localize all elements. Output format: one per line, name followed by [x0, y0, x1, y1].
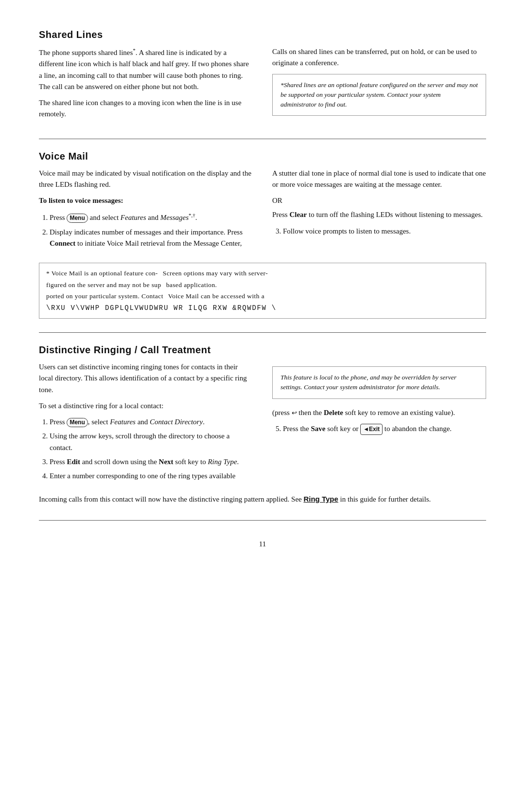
distinctive-ringing-section: Distinctive Ringing / Call Treatment Use…: [39, 344, 486, 505]
voice-mail-footnote-box: * Voice Mail is an optional feature con-…: [39, 263, 486, 319]
shared-lines-note: *Shared lines are an optional feature co…: [272, 74, 486, 116]
page-number: 11: [39, 540, 486, 548]
messages-label: Messages: [160, 214, 189, 221]
voice-mail-title: Voice Mail: [39, 151, 486, 162]
voice-mail-content: Voice mail may be indicated by visual no…: [39, 168, 486, 254]
incoming-calls-para: Incoming calls from this contact will no…: [39, 493, 486, 505]
menu-button-2-icon: Menu: [67, 418, 88, 427]
features-label: Features: [121, 214, 146, 221]
distinctive-step5-list: Press the Save soft key or ◄Exit to aban…: [283, 423, 486, 435]
or-label: OR: [272, 195, 486, 206]
voice-mail-step1: Press Menu and select Features and Messa…: [50, 211, 253, 223]
edit-label: Edit: [67, 458, 80, 466]
distinctive-step5-press: (press ↩ then the Delete soft key to rem…: [272, 407, 486, 418]
voice-mail-right-para1: A stutter dial tone in place of normal d…: [272, 168, 486, 191]
menu-button-icon: Menu: [67, 214, 88, 223]
distinctive-ringing-steps: Press Menu, select Features and Contact …: [50, 416, 253, 482]
features-2-label: Features: [110, 418, 136, 426]
voice-mail-step3: Follow voice prompts to listen to messag…: [283, 226, 486, 237]
voice-mail-steps: Press Menu and select Features and Messa…: [50, 211, 253, 249]
divider-3: [39, 520, 486, 521]
back-arrow-icon: ↩: [292, 408, 297, 418]
ring-type-bold-label: Ring Type: [303, 495, 338, 503]
divider-1: [39, 139, 486, 139]
distinctive-step5: Press the Save soft key or ◄Exit to aban…: [283, 423, 486, 435]
distinctive-step2: Using the arrow keys, scroll through the…: [50, 431, 253, 453]
distinctive-ringing-title: Distinctive Ringing / Call Treatment: [39, 344, 486, 356]
corrupt-line1: * Voice Mail is an optional feature con-…: [46, 268, 479, 279]
voice-mail-instruction-title: To listen to voice messages:: [39, 195, 253, 206]
voice-mail-para1: Voice mail may be indicated by visual no…: [39, 168, 253, 191]
distinctive-step1: Press Menu, select Features and Contact …: [50, 416, 253, 428]
shared-lines-left: The phone supports shared lines*. A shar…: [39, 46, 253, 125]
distinctive-ringing-para1: Users can set distinctive incoming ringi…: [39, 361, 253, 396]
distinctive-step3: Press Edit and scroll down using the Nex…: [50, 456, 253, 468]
connect-label: Connect: [50, 239, 75, 247]
voice-mail-step3-list: Follow voice prompts to listen to messag…: [283, 226, 486, 237]
contact-directory-label: Contact Directory: [150, 418, 203, 426]
shared-lines-title: Shared Lines: [39, 29, 486, 40]
corrupt-line2: figured on the server and may not be sup…: [46, 280, 479, 290]
clear-button-label: Clear: [289, 211, 307, 218]
voice-mail-step2: Display indicates number of messages and…: [50, 227, 253, 250]
distinctive-ringing-left: Users can set distinctive incoming ringi…: [39, 361, 253, 487]
corrupt-text-content: * Voice Mail is an optional feature con-…: [46, 268, 479, 313]
exit-button-icon: ◄Exit: [360, 424, 383, 435]
ring-type-label: Ring Type: [208, 458, 237, 466]
shared-lines-right-para1: Calls on shared lines can be transferred…: [272, 46, 486, 69]
shared-lines-para1: The phone supports shared lines*. A shar…: [39, 46, 253, 92]
next-label: Next: [159, 458, 174, 466]
shared-lines-para2: The shared line icon changes to a moving…: [39, 97, 253, 120]
shared-lines-right: Calls on shared lines can be transferred…: [272, 46, 486, 125]
shared-lines-section: Shared Lines The phone supports shared l…: [39, 29, 486, 125]
distinctive-ringing-right: This feature is local to the phone, and …: [272, 361, 486, 487]
voice-mail-right: A stutter dial tone in place of normal d…: [272, 168, 486, 254]
voice-mail-clear-para: Press Clear to turn off the flashing LED…: [272, 209, 486, 220]
voice-mail-section: Voice Mail Voice mail may be indicated b…: [39, 151, 486, 319]
distinctive-ringing-para2: To set a distinctive ring for a local co…: [39, 400, 253, 412]
distinctive-ringing-content: Users can set distinctive incoming ringi…: [39, 361, 486, 487]
delete-label: Delete: [324, 409, 343, 416]
shared-lines-content: The phone supports shared lines*. A shar…: [39, 46, 486, 125]
corrupt-line3: ported on your particular system. Contac…: [46, 291, 479, 302]
divider-2: [39, 332, 486, 333]
corrupt-line4: \RXU V\VWHP DGPLQLVWUDWRU WR ILQG RXW &R…: [46, 303, 479, 313]
distinctive-step4: Enter a number corresponding to one of t…: [50, 470, 253, 482]
save-label: Save: [311, 425, 326, 433]
voice-mail-left: Voice mail may be indicated by visual no…: [39, 168, 253, 254]
distinctive-ringing-note: This feature is local to the phone, and …: [272, 366, 486, 399]
